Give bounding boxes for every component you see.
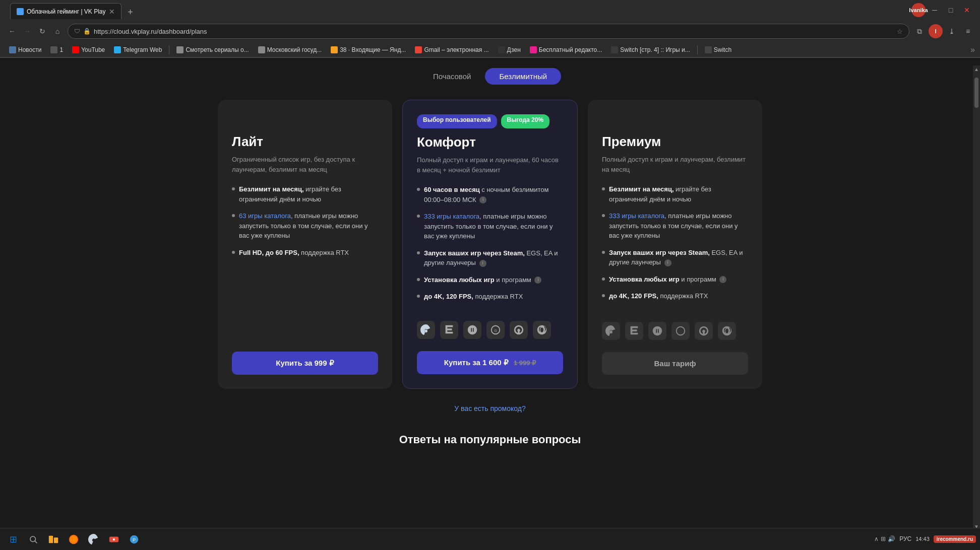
extensions-button[interactable]: ⧉: [912, 24, 927, 38]
list-item: 63 игры каталога, платные игры можно зап…: [232, 211, 378, 241]
feature-text: 60 часов в месяц с ночным безлимитом 00:…: [424, 185, 563, 204]
reload-button[interactable]: ↻: [35, 24, 49, 38]
svg-line-4: [35, 541, 37, 543]
comfort-subtitle: Полный доступ к играм и лаунчерам, 60 ча…: [417, 155, 563, 175]
user-avatar: Ivanika: [911, 3, 926, 17]
catalog-link-premium[interactable]: 333 игры каталога: [609, 212, 664, 220]
catalog-link-comfort[interactable]: 333 игры каталога: [424, 213, 479, 220]
bookmark-label: Telegram Web: [123, 46, 162, 53]
comfort-badges: Выбор пользователей Выгода 20%: [417, 114, 563, 128]
yandex-icon: [331, 46, 338, 53]
start-button[interactable]: ⊞: [4, 530, 22, 548]
info-icon[interactable]: i: [534, 277, 541, 284]
ea-launcher-icon-p: [648, 322, 666, 340]
bookmark-label: 38 · Входящие — Янд...: [340, 46, 406, 53]
info-icon[interactable]: i: [479, 260, 486, 267]
bullet: [232, 251, 235, 254]
scrollbar[interactable]: ▲ ▼: [973, 65, 980, 530]
back-button[interactable]: ←: [5, 24, 19, 38]
promo-link[interactable]: У вас есть промокод?: [454, 404, 525, 412]
tab-hourly[interactable]: Почасовой: [419, 68, 485, 85]
active-tab[interactable]: Облачный гейминг | VK Play ✕: [10, 3, 121, 19]
taskbar: ⊞ P ∧ ⊞ 🔊 РУС 14:43 irecommend.ru: [0, 528, 980, 550]
bookmark-telegram[interactable]: Telegram Web: [110, 45, 166, 54]
menu-button[interactable]: ≡: [961, 24, 975, 38]
switch-icon: [611, 46, 618, 53]
network-icon: ⊞: [881, 535, 886, 542]
recomm-badge: irecommend.ru: [934, 535, 976, 543]
list-item: 333 игры каталога, платные игры можно за…: [602, 211, 748, 241]
tab-close-button[interactable]: ✕: [109, 8, 115, 16]
premium-subtitle: Полный доступ к играм и лаунчерам, безли…: [602, 155, 748, 174]
bookmark-label: 1: [59, 46, 63, 53]
bookmark-label: Дзен: [507, 46, 521, 53]
svg-text:P: P: [133, 537, 136, 542]
home-button[interactable]: ⌂: [50, 24, 65, 38]
scroll-up-arrow[interactable]: ▲: [973, 65, 980, 73]
lite-features: Безлимит на месяц, играйте без ограничен…: [232, 184, 378, 327]
bookmark-counter[interactable]: 1: [46, 45, 67, 54]
bookmark-serials[interactable]: Смотреть сериалы о...: [172, 45, 253, 54]
bookmark-yandex[interactable]: 38 · Входящие — Янд...: [327, 45, 410, 54]
svg-rect-6: [54, 537, 58, 543]
list-item: Установка любых игр и программ i: [417, 275, 563, 285]
bookmark-gmail[interactable]: Gmail – электронная ...: [411, 45, 493, 54]
taskbar-time-display: 14:43: [915, 535, 930, 543]
bookmark-dzen[interactable]: Дзен: [494, 45, 525, 54]
svg-point-2: [677, 326, 685, 335]
bookmark-label: Switch [стр. 4] :: Игры и...: [620, 46, 690, 53]
language-indicator: РУС: [899, 535, 911, 542]
new-tab-button[interactable]: +: [124, 5, 138, 19]
bookmark-youtube[interactable]: YouTube: [68, 45, 109, 54]
info-icon[interactable]: i: [664, 259, 671, 266]
feature-bold: Установка любых игр: [424, 276, 495, 284]
tab-unlimited[interactable]: Безлимитный: [485, 68, 561, 85]
star-icon[interactable]: ☆: [897, 28, 903, 35]
steam-launcher-icon: [417, 321, 435, 339]
bookmark-switch2[interactable]: Switch: [701, 45, 736, 54]
maximize-button[interactable]: □: [944, 3, 958, 17]
ea-launcher-icon: [463, 321, 481, 339]
windows-icon: ⊞: [10, 534, 17, 545]
minimize-button[interactable]: ─: [928, 3, 942, 17]
gog-launcher-icon-p: [671, 322, 690, 340]
scrollbar-thumb[interactable]: [974, 78, 978, 108]
url-display: https://cloud.vkplay.ru/dashboard/plans: [94, 28, 894, 35]
downloads-button[interactable]: ⤓: [945, 24, 959, 38]
feature-text: Запуск ваших игр через Steam, EGS, EA и …: [424, 248, 563, 268]
bookmark-mgu[interactable]: Московский госуд...: [254, 45, 326, 54]
profile-button[interactable]: I: [929, 24, 943, 38]
bookmark-editor[interactable]: Бесплатный редакто...: [526, 45, 606, 54]
bookmark-switch[interactable]: Switch [стр. 4] :: Игры и...: [607, 45, 694, 54]
plan-card-comfort: Выбор пользователей Выгода 20% Комфорт П…: [402, 100, 578, 389]
close-button[interactable]: ✕: [960, 3, 974, 17]
info-icon[interactable]: i: [479, 196, 486, 203]
list-item: Безлимит на месяц, играйте без ограничен…: [602, 184, 748, 204]
taskbar-app-firefox[interactable]: [65, 530, 83, 548]
premium-current-button: Ваш тариф: [602, 352, 748, 375]
bookmark-vk-news[interactable]: Новости: [5, 45, 45, 54]
catalog-link[interactable]: 63 игры каталога: [239, 212, 291, 220]
feature-text: Установка любых игр и программ i: [424, 275, 541, 285]
taskbar-app-steam[interactable]: [85, 530, 103, 548]
premium-features: Безлимит на месяц, играйте без ограничен…: [602, 184, 748, 310]
info-icon[interactable]: i: [719, 276, 726, 283]
address-bar-row: ← → ↻ ⌂ 🛡 🔒 https://cloud.vkplay.ru/dash…: [0, 20, 980, 42]
lite-buy-button[interactable]: Купить за 999 ₽: [232, 352, 378, 375]
bookmark-label: Московский госуд...: [267, 46, 322, 53]
taskbar-app-game[interactable]: [105, 530, 123, 548]
tab-favicon: [17, 8, 24, 15]
premium-launchers: [602, 322, 748, 340]
plans-container: Лайт Ограниченный список игр, без доступ…: [188, 100, 792, 389]
bookmark-label: Gmail – электронная ...: [424, 46, 488, 53]
taskbar-app-files[interactable]: [44, 530, 63, 548]
feature-bold: Full HD, до 60 FPS,: [239, 249, 299, 256]
taskbar-app-other[interactable]: P: [125, 530, 143, 548]
address-bar[interactable]: 🛡 🔒 https://cloud.vkplay.ru/dashboard/pl…: [68, 24, 909, 39]
comfort-buy-button[interactable]: Купить за 1 600 ₽ 1 999 ₽: [417, 351, 563, 374]
bookmarks-more-button[interactable]: »: [970, 45, 975, 54]
faq-section: Ответы на популярные вопросы: [0, 423, 980, 456]
list-item: Запуск ваших игр через Steam, EGS, EA и …: [417, 248, 563, 268]
taskbar-search-button[interactable]: [24, 530, 42, 548]
forward-button[interactable]: →: [20, 24, 34, 38]
